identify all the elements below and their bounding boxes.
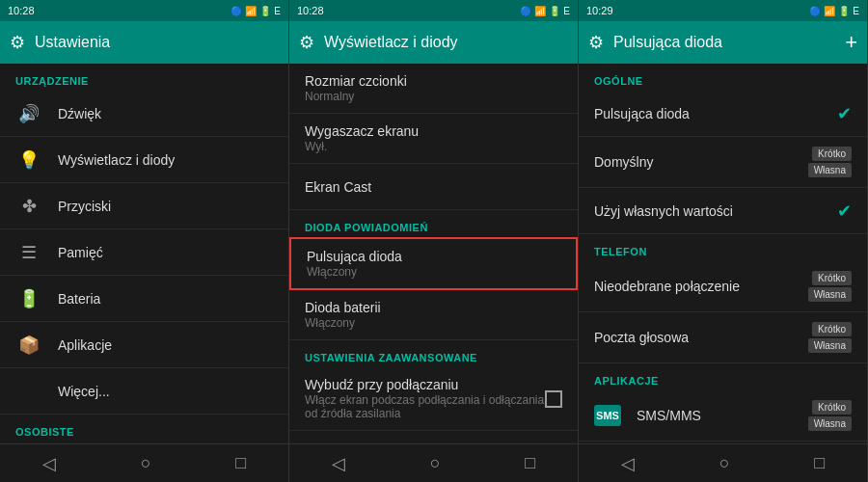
toolbar-2: ⚙ Wyświetlacz i diody (289, 21, 578, 64)
back-btn-3[interactable]: ◁ (606, 445, 650, 482)
home-btn-2[interactable]: ○ (415, 445, 456, 481)
pulse-led-toggle-item[interactable]: Pulsująca dioda ✔ (579, 91, 867, 137)
wake-on-connect-checkbox[interactable] (545, 390, 562, 408)
voicemail-short-btn[interactable]: Krótko (812, 322, 852, 336)
apps-item[interactable]: 📦 Aplikacje (0, 322, 288, 368)
settings-list: URZĄDZENIE 🔊 Dźwięk 💡 Wyświetlacz i diod… (0, 64, 288, 443)
home-btn-1[interactable]: ○ (125, 445, 167, 481)
status-bar-1: 10:28 🔵 📶 🔋 E (0, 0, 288, 21)
back-btn-2[interactable]: ◁ (316, 445, 361, 482)
battery-led-title: Dioda baterii (305, 300, 562, 315)
section-apps: APLIKACJE (579, 363, 867, 390)
back-btn-1[interactable]: ◁ (27, 445, 71, 482)
panel-pulse-led: 10:29 🔵 📶 🔋 E ⚙ Pulsująca dioda + OGÓLNE… (579, 0, 868, 482)
wake-on-connect-item[interactable]: Wybudź przy podłączaniu Włącz ekran podc… (289, 367, 578, 431)
pulsing-led-subtitle: Włączony (307, 265, 560, 279)
memory-title: Pamięć (58, 245, 273, 260)
default-custom-btn[interactable]: Własna (808, 163, 852, 177)
time-1: 10:28 (8, 5, 35, 16)
memory-item[interactable]: ☰ Pamięć (0, 229, 288, 276)
section-phone: TELEFON (579, 234, 867, 261)
toolbar-title-3: Pulsująca dioda (613, 34, 835, 51)
buttons-icon: ✤ (15, 196, 42, 217)
bottom-nav-1: ◁ ○ □ (0, 443, 288, 482)
font-size-item[interactable]: Rozmiar czcionki Normalny (289, 64, 578, 114)
apps-title: Aplikacje (58, 337, 273, 353)
apps-icon: 📦 (15, 335, 42, 356)
display-icon: 💡 (15, 149, 42, 171)
pulse-led-check: ✔ (837, 103, 852, 124)
settings-gear-icon: ⚙ (10, 32, 25, 53)
status-bar-2: 10:28 🔵 📶 🔋 E (289, 0, 578, 21)
sound-item[interactable]: 🔊 Dźwięk (0, 91, 288, 137)
more-title: Więcej... (58, 384, 273, 399)
battery-title: Bateria (58, 291, 273, 307)
add-button[interactable]: + (845, 30, 857, 55)
toolbar-title-2: Wyświetlacz i diody (324, 34, 568, 51)
cast-item[interactable]: Ekran Cast (289, 164, 578, 210)
buttons-item[interactable]: ✤ Przyciski (0, 183, 288, 229)
recents-btn-1[interactable]: □ (220, 445, 261, 481)
display-title: Wyświetlacz i diody (58, 152, 273, 168)
section-personal: OSOBISTE (0, 415, 288, 442)
time-2: 10:28 (297, 5, 324, 16)
section-advanced: USTAWIENIA ZAAWANSOWANE (289, 340, 578, 367)
battery-led-subtitle: Włączony (305, 316, 562, 330)
sound-title: Dźwięk (58, 106, 273, 121)
status-bar-3: 10:29 🔵 📶 🔋 E (579, 0, 867, 21)
cast-title: Ekran Cast (305, 179, 562, 195)
screensaver-subtitle: Wył. (305, 140, 562, 153)
bottom-nav-3: ◁ ○ □ (579, 443, 867, 482)
battery-led-item[interactable]: Dioda baterii Włączony (289, 290, 578, 340)
default-short-btn[interactable]: Krótko (812, 147, 852, 161)
pulse-gear-icon: ⚙ (588, 32, 604, 53)
battery-item[interactable]: 🔋 Bateria (0, 276, 288, 322)
display-list: Rozmiar czcionki Normalny Wygaszacz ekra… (289, 64, 578, 443)
sms-short-btn[interactable]: Krótko (812, 400, 852, 415)
toolbar-3: ⚙ Pulsująca dioda + (579, 21, 867, 64)
panel-display: 10:28 🔵 📶 🔋 E ⚙ Wyświetlacz i diody Rozm… (289, 0, 579, 482)
recents-btn-3[interactable]: □ (799, 445, 840, 481)
voicemail-labels: Krótko Własna (808, 322, 852, 353)
toolbar-1: ⚙ Ustawienia (0, 21, 288, 64)
battery-icon: 🔋 (15, 288, 42, 309)
anim-off-item[interactable]: Animacja wyłączenia ekranu ✓ (289, 431, 578, 443)
custom-values-title: Użyj własnych wartości (594, 203, 837, 219)
memory-icon: ☰ (15, 242, 42, 263)
missed-call-short-btn[interactable]: Krótko (812, 271, 852, 285)
voicemail-custom-btn[interactable]: Własna (808, 338, 852, 353)
missed-call-title: Nieodebrane połączenie (594, 279, 808, 294)
more-item[interactable]: Więcej... (0, 368, 288, 415)
buttons-title: Przyciski (58, 199, 273, 214)
missed-call-custom-btn[interactable]: Własna (808, 287, 852, 302)
sound-icon: 🔊 (15, 103, 42, 124)
recents-btn-2[interactable]: □ (509, 445, 551, 481)
sms-item[interactable]: SMS SMS/MMS Krótko Własna (579, 390, 867, 442)
pulsing-led-item[interactable]: Pulsująca dioda Włączony (289, 237, 578, 290)
pulse-led-list: OGÓLNE Pulsująca dioda ✔ Domyślny Krótko… (579, 64, 867, 443)
pulsing-led-title: Pulsująca dioda (307, 249, 560, 264)
default-item[interactable]: Domyślny Krótko Własna (579, 137, 867, 188)
voicemail-item[interactable]: Poczta głosowa Krótko Własna (579, 312, 867, 363)
sms-icon: SMS (594, 405, 621, 426)
voicemail-title: Poczta głosowa (594, 330, 808, 345)
display-gear-icon: ⚙ (299, 32, 314, 53)
toolbar-title-1: Ustawienia (35, 34, 279, 51)
screensaver-title: Wygaszacz ekranu (305, 123, 562, 139)
custom-values-item[interactable]: Użyj własnych wartości ✔ (579, 188, 867, 234)
pulse-led-toggle-title: Pulsująca dioda (594, 106, 837, 121)
display-item[interactable]: 💡 Wyświetlacz i diody (0, 137, 288, 183)
section-led: DIODA POWIADOMIEŃ (289, 210, 578, 237)
missed-call-labels: Krótko Własna (808, 271, 852, 302)
screensaver-item[interactable]: Wygaszacz ekranu Wył. (289, 114, 578, 164)
sms-labels: Krótko Własna (808, 400, 852, 431)
sms-title: SMS/MMS (637, 408, 808, 423)
bottom-nav-2: ◁ ○ □ (289, 443, 578, 482)
home-btn-3[interactable]: ○ (704, 445, 746, 481)
missed-call-item[interactable]: Nieodebrane połączenie Krótko Własna (579, 261, 867, 312)
font-size-subtitle: Normalny (305, 90, 562, 103)
wake-on-connect-title: Wybudź przy podłączaniu (305, 377, 545, 392)
custom-values-check: ✔ (837, 201, 852, 222)
font-size-title: Rozmiar czcionki (305, 73, 562, 89)
sms-custom-btn[interactable]: Własna (808, 416, 852, 431)
